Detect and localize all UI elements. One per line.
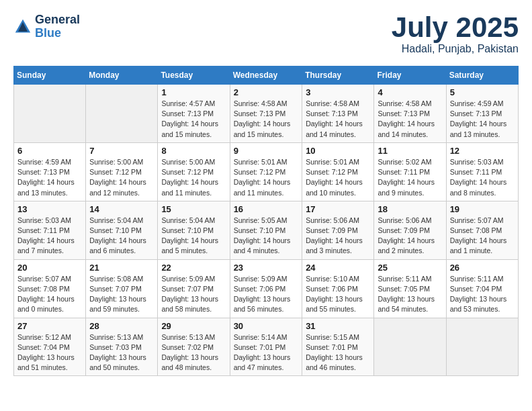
day-number: 22 bbox=[161, 263, 226, 273]
day-info: Sunrise: 5:14 AM Sunset: 7:01 PM Dayligh… bbox=[234, 332, 299, 373]
weekday-header: Monday bbox=[86, 66, 158, 85]
day-number: 11 bbox=[378, 146, 442, 156]
day-number: 24 bbox=[306, 263, 370, 273]
calendar-header-row: SundayMondayTuesdayWednesdayThursdayFrid… bbox=[14, 66, 519, 85]
day-number: 5 bbox=[450, 87, 515, 97]
calendar-cell: 6Sunrise: 4:59 AM Sunset: 7:13 PM Daylig… bbox=[14, 142, 86, 201]
weekday-header: Sunday bbox=[14, 66, 86, 85]
calendar-cell bbox=[374, 318, 446, 376]
weekday-header: Friday bbox=[374, 66, 446, 85]
day-info: Sunrise: 5:01 AM Sunset: 7:12 PM Dayligh… bbox=[234, 157, 299, 198]
day-info: Sunrise: 5:11 AM Sunset: 7:05 PM Dayligh… bbox=[378, 274, 442, 315]
day-info: Sunrise: 5:06 AM Sunset: 7:09 PM Dayligh… bbox=[378, 216, 442, 257]
location-title: Hadali, Punjab, Pakistan bbox=[392, 43, 519, 55]
calendar-week-row: 1Sunrise: 4:57 AM Sunset: 7:13 PM Daylig… bbox=[14, 85, 519, 143]
day-info: Sunrise: 5:08 AM Sunset: 7:07 PM Dayligh… bbox=[89, 274, 154, 315]
day-number: 2 bbox=[234, 87, 299, 97]
calendar-cell: 4Sunrise: 4:58 AM Sunset: 7:13 PM Daylig… bbox=[374, 85, 446, 143]
day-info: Sunrise: 5:09 AM Sunset: 7:06 PM Dayligh… bbox=[234, 274, 299, 315]
day-info: Sunrise: 5:07 AM Sunset: 7:08 PM Dayligh… bbox=[450, 216, 515, 257]
calendar-cell: 25Sunrise: 5:11 AM Sunset: 7:05 PM Dayli… bbox=[374, 259, 446, 318]
day-number: 7 bbox=[89, 146, 154, 156]
calendar-cell: 15Sunrise: 5:04 AM Sunset: 7:10 PM Dayli… bbox=[158, 201, 230, 259]
calendar-cell: 27Sunrise: 5:12 AM Sunset: 7:04 PM Dayli… bbox=[14, 318, 86, 376]
calendar-cell: 20Sunrise: 5:07 AM Sunset: 7:08 PM Dayli… bbox=[14, 259, 86, 318]
day-number: 4 bbox=[378, 87, 442, 97]
day-info: Sunrise: 5:06 AM Sunset: 7:09 PM Dayligh… bbox=[306, 216, 370, 257]
calendar-cell: 5Sunrise: 4:59 AM Sunset: 7:13 PM Daylig… bbox=[446, 85, 518, 143]
day-info: Sunrise: 5:02 AM Sunset: 7:11 PM Dayligh… bbox=[378, 157, 442, 198]
day-info: Sunrise: 5:00 AM Sunset: 7:12 PM Dayligh… bbox=[161, 157, 226, 198]
day-info: Sunrise: 5:03 AM Sunset: 7:11 PM Dayligh… bbox=[450, 157, 515, 198]
day-number: 30 bbox=[234, 321, 299, 331]
calendar-cell bbox=[14, 85, 86, 143]
day-number: 12 bbox=[450, 146, 515, 156]
day-info: Sunrise: 5:13 AM Sunset: 7:03 PM Dayligh… bbox=[89, 332, 154, 373]
day-number: 20 bbox=[17, 263, 82, 273]
calendar-cell: 9Sunrise: 5:01 AM Sunset: 7:12 PM Daylig… bbox=[230, 142, 302, 201]
calendar-cell: 7Sunrise: 5:00 AM Sunset: 7:12 PM Daylig… bbox=[86, 142, 158, 201]
calendar-cell: 12Sunrise: 5:03 AM Sunset: 7:11 PM Dayli… bbox=[446, 142, 518, 201]
calendar-cell bbox=[446, 318, 518, 376]
calendar-cell: 22Sunrise: 5:09 AM Sunset: 7:07 PM Dayli… bbox=[158, 259, 230, 318]
day-info: Sunrise: 5:09 AM Sunset: 7:07 PM Dayligh… bbox=[161, 274, 226, 315]
day-info: Sunrise: 5:00 AM Sunset: 7:12 PM Dayligh… bbox=[89, 157, 154, 198]
day-number: 14 bbox=[89, 204, 154, 214]
calendar: SundayMondayTuesdayWednesdayThursdayFrid… bbox=[13, 66, 519, 376]
calendar-week-row: 6Sunrise: 4:59 AM Sunset: 7:13 PM Daylig… bbox=[14, 142, 519, 201]
day-info: Sunrise: 5:15 AM Sunset: 7:01 PM Dayligh… bbox=[306, 332, 370, 373]
calendar-cell: 26Sunrise: 5:11 AM Sunset: 7:04 PM Dayli… bbox=[446, 259, 518, 318]
calendar-cell: 18Sunrise: 5:06 AM Sunset: 7:09 PM Dayli… bbox=[374, 201, 446, 259]
header: General Blue July 2025 Hadali, Punjab, P… bbox=[13, 13, 519, 55]
day-info: Sunrise: 4:58 AM Sunset: 7:13 PM Dayligh… bbox=[306, 99, 370, 140]
calendar-cell: 8Sunrise: 5:00 AM Sunset: 7:12 PM Daylig… bbox=[158, 142, 230, 201]
logo: General Blue bbox=[13, 13, 80, 40]
day-number: 18 bbox=[378, 204, 442, 214]
logo-text: General Blue bbox=[35, 13, 80, 40]
day-info: Sunrise: 5:12 AM Sunset: 7:04 PM Dayligh… bbox=[17, 332, 82, 373]
day-info: Sunrise: 4:57 AM Sunset: 7:13 PM Dayligh… bbox=[161, 99, 226, 140]
day-number: 27 bbox=[17, 321, 82, 331]
day-info: Sunrise: 5:11 AM Sunset: 7:04 PM Dayligh… bbox=[450, 274, 515, 315]
calendar-cell: 16Sunrise: 5:05 AM Sunset: 7:10 PM Dayli… bbox=[230, 201, 302, 259]
weekday-header: Tuesday bbox=[158, 66, 230, 85]
day-number: 13 bbox=[17, 204, 82, 214]
day-number: 15 bbox=[161, 204, 226, 214]
day-number: 31 bbox=[306, 321, 370, 331]
logo-icon bbox=[13, 17, 32, 36]
day-info: Sunrise: 5:07 AM Sunset: 7:08 PM Dayligh… bbox=[17, 274, 82, 315]
day-number: 23 bbox=[234, 263, 299, 273]
calendar-cell: 21Sunrise: 5:08 AM Sunset: 7:07 PM Dayli… bbox=[86, 259, 158, 318]
calendar-week-row: 13Sunrise: 5:03 AM Sunset: 7:11 PM Dayli… bbox=[14, 201, 519, 259]
day-number: 17 bbox=[306, 204, 370, 214]
day-info: Sunrise: 5:05 AM Sunset: 7:10 PM Dayligh… bbox=[234, 216, 299, 257]
calendar-cell: 11Sunrise: 5:02 AM Sunset: 7:11 PM Dayli… bbox=[374, 142, 446, 201]
day-info: Sunrise: 5:04 AM Sunset: 7:10 PM Dayligh… bbox=[89, 216, 154, 257]
calendar-cell: 30Sunrise: 5:14 AM Sunset: 7:01 PM Dayli… bbox=[230, 318, 302, 376]
day-number: 26 bbox=[450, 263, 515, 273]
day-number: 6 bbox=[17, 146, 82, 156]
calendar-cell: 28Sunrise: 5:13 AM Sunset: 7:03 PM Dayli… bbox=[86, 318, 158, 376]
weekday-header: Saturday bbox=[446, 66, 518, 85]
weekday-header: Thursday bbox=[302, 66, 374, 85]
calendar-week-row: 27Sunrise: 5:12 AM Sunset: 7:04 PM Dayli… bbox=[14, 318, 519, 376]
day-info: Sunrise: 5:13 AM Sunset: 7:02 PM Dayligh… bbox=[161, 332, 226, 373]
calendar-cell: 17Sunrise: 5:06 AM Sunset: 7:09 PM Dayli… bbox=[302, 201, 374, 259]
calendar-cell: 31Sunrise: 5:15 AM Sunset: 7:01 PM Dayli… bbox=[302, 318, 374, 376]
day-number: 29 bbox=[161, 321, 226, 331]
day-info: Sunrise: 4:58 AM Sunset: 7:13 PM Dayligh… bbox=[378, 99, 442, 140]
day-number: 3 bbox=[306, 87, 370, 97]
calendar-cell: 23Sunrise: 5:09 AM Sunset: 7:06 PM Dayli… bbox=[230, 259, 302, 318]
day-info: Sunrise: 5:03 AM Sunset: 7:11 PM Dayligh… bbox=[17, 216, 82, 257]
day-number: 28 bbox=[89, 321, 154, 331]
calendar-cell: 19Sunrise: 5:07 AM Sunset: 7:08 PM Dayli… bbox=[446, 201, 518, 259]
calendar-cell: 10Sunrise: 5:01 AM Sunset: 7:12 PM Dayli… bbox=[302, 142, 374, 201]
weekday-header: Wednesday bbox=[230, 66, 302, 85]
day-info: Sunrise: 5:01 AM Sunset: 7:12 PM Dayligh… bbox=[306, 157, 370, 198]
calendar-cell: 14Sunrise: 5:04 AM Sunset: 7:10 PM Dayli… bbox=[86, 201, 158, 259]
day-number: 19 bbox=[450, 204, 515, 214]
month-title: July 2025 bbox=[392, 13, 519, 42]
day-number: 9 bbox=[234, 146, 299, 156]
day-info: Sunrise: 4:59 AM Sunset: 7:13 PM Dayligh… bbox=[450, 99, 515, 140]
day-number: 16 bbox=[234, 204, 299, 214]
